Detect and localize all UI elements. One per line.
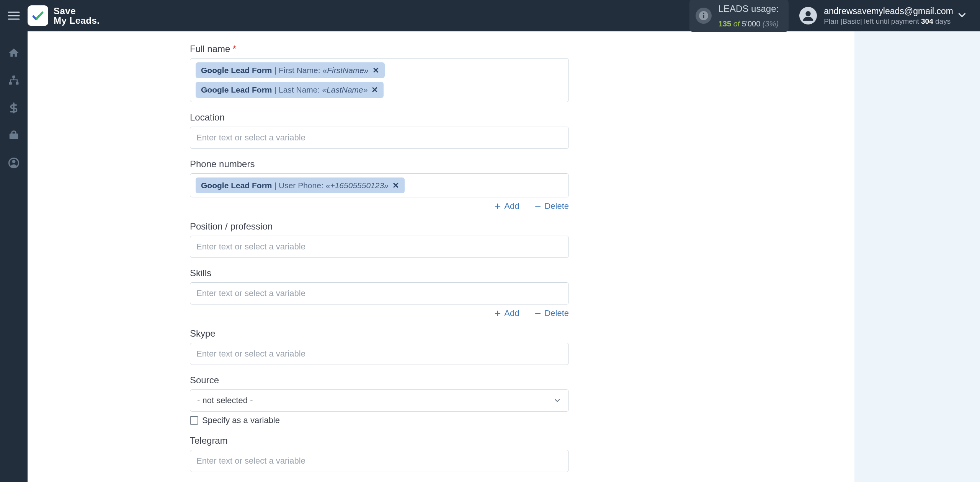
field-position: Position / profession Enter text or sele… <box>190 221 569 258</box>
menu-toggle-button[interactable] <box>0 0 28 31</box>
chip-remove-icon[interactable]: ✕ <box>371 84 378 95</box>
svg-rect-10 <box>10 134 18 139</box>
leads-usage-box[interactable]: LEADS usage: 135 of 5'000 (3%) <box>689 0 789 32</box>
input-full-name[interactable]: Google Lead Form | First Name: «FirstNam… <box>190 58 569 102</box>
chip-remove-icon[interactable]: ✕ <box>372 65 379 76</box>
chevron-down-icon <box>553 396 562 405</box>
account-menu-chevron[interactable] <box>953 10 971 21</box>
svg-rect-8 <box>9 82 12 85</box>
chip-phone[interactable]: Google Lead Form | User Phone: «+1650555… <box>196 177 405 193</box>
source-specify-row: Specify as a variable <box>190 415 569 425</box>
nav-connections[interactable] <box>0 68 28 93</box>
add-skill-button[interactable]: Add <box>494 308 519 318</box>
label-full-name: Full name* <box>190 44 569 54</box>
chip-first-name[interactable]: Google Lead Form | First Name: «FirstNam… <box>196 62 385 78</box>
input-phone[interactable]: Google Lead Form | User Phone: «+1650555… <box>190 173 569 197</box>
delete-phone-button[interactable]: Delete <box>534 201 569 211</box>
checkbox-specify-variable[interactable] <box>190 416 198 425</box>
logo-badge-icon <box>28 5 48 26</box>
skills-actions: Add Delete <box>190 308 569 318</box>
svg-rect-9 <box>16 82 19 85</box>
label-position: Position / profession <box>190 221 569 232</box>
input-location[interactable]: Enter text or select a variable <box>190 127 569 149</box>
field-telegram: Telegram Enter text or select a variable <box>190 435 569 472</box>
label-specify-variable: Specify as a variable <box>202 415 280 425</box>
nav-home[interactable] <box>0 41 28 65</box>
input-skype[interactable]: Enter text or select a variable <box>190 343 569 365</box>
input-skills[interactable]: Enter text or select a variable <box>190 282 569 305</box>
page: Full name* Google Lead Form | First Name… <box>28 0 980 482</box>
form-card: Full name* Google Lead Form | First Name… <box>28 31 854 482</box>
delete-skill-button[interactable]: Delete <box>534 308 569 318</box>
svg-rect-7 <box>12 76 15 78</box>
avatar-icon <box>799 7 817 24</box>
input-telegram[interactable]: Enter text or select a variable <box>190 450 569 472</box>
left-nav-rail <box>0 31 28 482</box>
nav-toolbox[interactable] <box>0 123 28 148</box>
app-logo[interactable]: Save My Leads. <box>28 5 100 26</box>
field-full-name: Full name* Google Lead Form | First Name… <box>190 44 569 102</box>
label-telegram: Telegram <box>190 435 569 446</box>
chip-last-name[interactable]: Google Lead Form | Last Name: «LastName»… <box>196 82 384 98</box>
phone-actions: Add Delete <box>190 201 569 211</box>
svg-point-5 <box>703 13 704 14</box>
svg-point-6 <box>806 11 811 16</box>
nav-billing[interactable] <box>0 96 28 120</box>
field-phone: Phone numbers Google Lead Form | User Ph… <box>190 159 569 211</box>
label-skype: Skype <box>190 328 569 339</box>
lead-form: Full name* Google Lead Form | First Name… <box>190 31 569 482</box>
label-phone: Phone numbers <box>190 159 569 169</box>
input-position[interactable]: Enter text or select a variable <box>190 236 569 258</box>
field-source: Source - not selected - Specify as a var… <box>190 375 569 425</box>
label-skills: Skills <box>190 268 569 278</box>
field-skills: Skills Enter text or select a variable A… <box>190 268 569 318</box>
field-skype: Skype Enter text or select a variable <box>190 328 569 365</box>
usage-text: LEADS usage: 135 of 5'000 (3%) <box>719 3 779 28</box>
svg-point-12 <box>12 160 16 163</box>
field-location: Location Enter text or select a variable <box>190 112 569 149</box>
account-info: andrewsavemyleads@gmail.com Plan |Basic|… <box>824 6 953 26</box>
chip-remove-icon[interactable]: ✕ <box>392 180 399 191</box>
add-phone-button[interactable]: Add <box>494 201 519 211</box>
svg-rect-4 <box>703 15 704 18</box>
topbar: Save My Leads. LEADS usage: 135 of 5'000… <box>0 0 980 31</box>
label-location: Location <box>190 112 569 123</box>
select-source[interactable]: - not selected - <box>190 389 569 412</box>
info-icon <box>696 8 712 24</box>
app-name: Save My Leads. <box>54 6 100 25</box>
account-block[interactable]: andrewsavemyleads@gmail.com Plan |Basic|… <box>799 6 953 26</box>
label-source: Source <box>190 375 569 386</box>
nav-profile[interactable] <box>0 151 28 175</box>
